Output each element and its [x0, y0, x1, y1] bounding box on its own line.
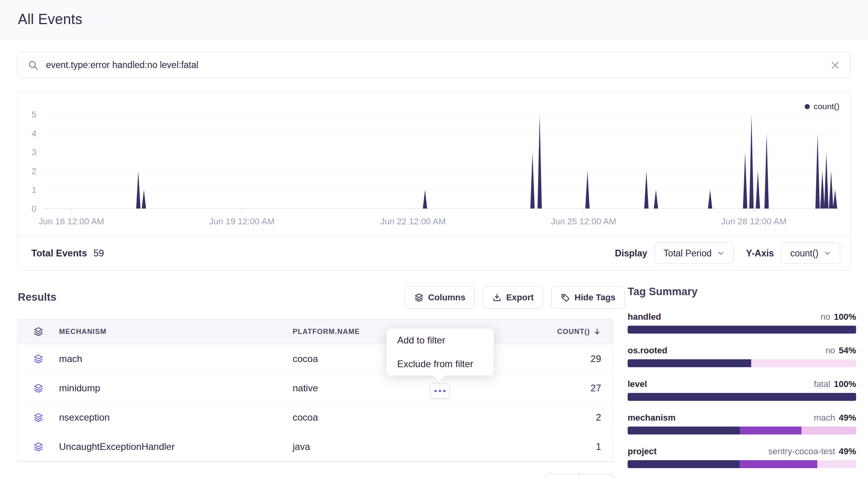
cell-context-menu: Add to filter Exclude from filter: [386, 328, 494, 376]
tag-bar[interactable]: [628, 393, 856, 401]
table-row[interactable]: minidump native 27: [17, 374, 613, 403]
menu-item-add-to-filter[interactable]: Add to filter: [386, 328, 494, 352]
tag-bar[interactable]: [628, 359, 856, 367]
pagination: [545, 474, 613, 478]
svg-text:Jun 16 12:00 AM: Jun 16 12:00 AM: [39, 216, 104, 226]
tag-bar-segment[interactable]: [751, 359, 856, 367]
y-axis-label: Y-Axis: [746, 248, 774, 259]
tag-bar-segment[interactable]: [740, 460, 817, 468]
tag-name: mechanism: [628, 413, 676, 423]
tag-name: os.rooted: [628, 345, 667, 356]
previous-page-button[interactable]: [545, 474, 579, 478]
hide-tags-button[interactable]: Hide Tags: [551, 286, 625, 309]
chart-legend[interactable]: count(): [805, 102, 839, 111]
columns-button[interactable]: Columns: [405, 286, 475, 309]
cell-platform: native: [293, 383, 520, 394]
column-header-count[interactable]: COUNT(): [520, 328, 613, 336]
tag-name: handled: [628, 312, 661, 322]
columns-button-label: Columns: [428, 292, 465, 303]
y-axis-dropdown[interactable]: count(): [781, 243, 840, 264]
tag-bar-segment[interactable]: [740, 427, 801, 434]
export-button-label: Export: [506, 292, 534, 303]
chevron-down-icon: [824, 250, 831, 257]
results-table: MECHANISM PLATFORM.NAME COUNT() mach coc…: [17, 319, 613, 462]
display-dropdown-value: Total Period: [664, 248, 712, 259]
tag-bar-segment[interactable]: [801, 427, 856, 434]
tag-bar-segment[interactable]: [628, 427, 740, 434]
tag-entry-level: level fatal 100%: [628, 379, 856, 401]
tag-bar[interactable]: [628, 427, 856, 434]
tag-top-value: no: [825, 345, 835, 356]
table-header-row: MECHANISM PLATFORM.NAME COUNT(): [17, 319, 613, 344]
table-row[interactable]: UncaughtExceptionHandler java 1: [17, 432, 613, 461]
column-header-mechanism[interactable]: MECHANISM: [59, 328, 293, 336]
clear-search-icon[interactable]: [830, 60, 840, 70]
tag-percent: 100%: [834, 379, 856, 389]
tag-percent: 49%: [839, 413, 856, 423]
display-dropdown[interactable]: Total Period: [655, 243, 733, 264]
cell-mechanism: mach: [59, 353, 293, 364]
download-icon: [492, 293, 502, 302]
tag-entry-handled: handled no 100%: [628, 312, 856, 334]
cell-platform: cocoa: [293, 412, 520, 423]
svg-text:3: 3: [32, 147, 36, 157]
tag-entry-mechanism: mechanism mach 49%: [628, 413, 856, 434]
svg-text:Jun 25 12:00 AM: Jun 25 12:00 AM: [551, 216, 616, 226]
table-row[interactable]: nsexception cocoa 2: [17, 403, 613, 432]
ellipsis-icon: [439, 390, 441, 392]
tag-bar-segment[interactable]: [628, 460, 740, 468]
chart-footer: Total Events 59 Display Total Period Y-A…: [17, 236, 851, 270]
cell-count: 29: [520, 353, 613, 364]
sort-desc-icon: [593, 328, 601, 336]
svg-text:Jun 28 12:00 AM: Jun 28 12:00 AM: [721, 216, 786, 226]
search-icon: [28, 60, 39, 71]
next-page-button[interactable]: [579, 474, 613, 478]
page-header: All Events: [0, 0, 868, 39]
cell-platform: java: [293, 441, 520, 452]
svg-text:2: 2: [32, 166, 36, 176]
tag-percent: 100%: [834, 312, 856, 322]
layers-icon: [33, 412, 44, 423]
ellipsis-icon: [443, 390, 445, 392]
total-events-value: 59: [93, 248, 104, 259]
page-title: All Events: [18, 11, 82, 28]
tag-bar[interactable]: [628, 460, 856, 468]
tag-bar-segment[interactable]: [628, 326, 856, 334]
legend-label: count(): [814, 102, 839, 111]
tag-bar-segment[interactable]: [628, 359, 751, 367]
tag-top-value: no: [820, 312, 830, 322]
results-heading: Results: [18, 291, 57, 303]
tag-top-value: fatal: [814, 379, 830, 389]
cell-actions-button[interactable]: [430, 383, 450, 398]
svg-text:5: 5: [32, 110, 36, 120]
svg-text:Jun 19 12:00 AM: Jun 19 12:00 AM: [209, 216, 274, 226]
search-input[interactable]: [46, 60, 823, 70]
layers-icon: [33, 326, 44, 337]
display-label: Display: [615, 248, 647, 259]
tag-name: project: [628, 446, 657, 457]
cell-count: 2: [520, 412, 613, 423]
search-bar[interactable]: [17, 52, 851, 78]
cell-mechanism: UncaughtExceptionHandler: [59, 441, 293, 452]
tag-percent: 49%: [839, 446, 856, 457]
tag-summary: Tag Summary handled no 100% os.rooted no…: [628, 286, 856, 298]
tag-bar-segment[interactable]: [628, 393, 856, 401]
tag-entry-os-rooted: os.rooted no 54%: [628, 345, 856, 367]
tag-bar-segment[interactable]: [817, 460, 856, 468]
svg-text:0: 0: [32, 204, 36, 214]
table-row[interactable]: mach cocoa 29: [17, 344, 613, 374]
y-axis-dropdown-value: count(): [790, 248, 819, 259]
svg-text:1: 1: [32, 185, 36, 195]
layers-icon: [33, 354, 44, 364]
tag-entry-project: project sentry-cocoa-test 49%: [628, 446, 856, 468]
tag-bar[interactable]: [628, 326, 856, 334]
export-button[interactable]: Export: [483, 286, 543, 309]
ellipsis-icon: [434, 390, 437, 392]
events-chart-panel: 012345Jun 16 12:00 AMJun 19 12:00 AMJun …: [17, 92, 851, 271]
svg-text:Jun 22 12:00 AM: Jun 22 12:00 AM: [381, 216, 446, 226]
total-events-label: Total Events: [31, 248, 87, 259]
layers-icon: [414, 293, 424, 302]
events-chart: 012345Jun 16 12:00 AMJun 19 12:00 AMJun …: [17, 92, 851, 227]
cell-count: 27: [520, 383, 613, 394]
tag-top-value: mach: [814, 413, 835, 423]
